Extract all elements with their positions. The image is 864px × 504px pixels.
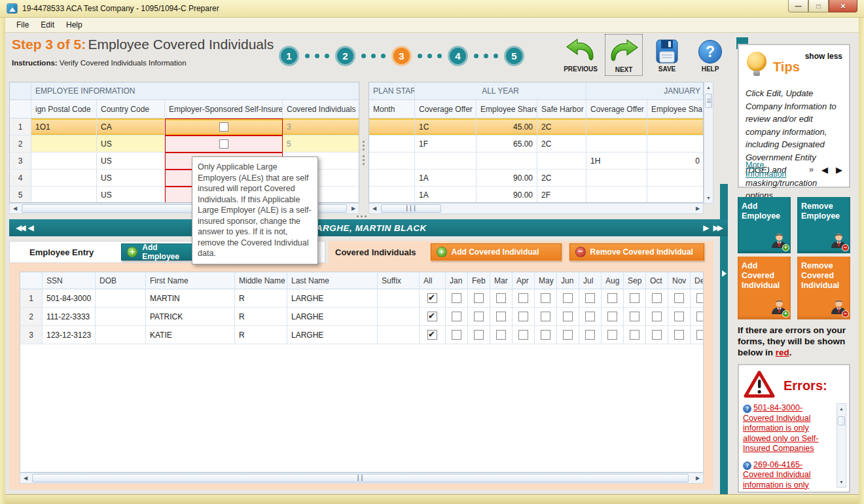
minimize-button[interactable]: — <box>788 0 808 12</box>
cell-dob[interactable] <box>96 289 146 308</box>
month-checkbox[interactable] <box>585 312 595 321</box>
tab-covered-individuals[interactable]: Covered Individuals Add Covered Individu… <box>329 241 713 263</box>
month-checkbox[interactable] <box>541 312 550 321</box>
cell-covered[interactable]: 3 <box>283 118 359 135</box>
cell-middle-name[interactable]: R <box>235 308 287 326</box>
previous-button[interactable]: PREVIOUS <box>562 34 600 76</box>
cell-country[interactable]: CA <box>97 118 165 135</box>
cell-month[interactable] <box>646 308 668 326</box>
covered-individuals-tab-label[interactable]: Covered Individuals <box>335 247 416 257</box>
cell-first-name[interactable]: PATRICK <box>146 308 235 326</box>
month-checkbox[interactable] <box>563 330 573 340</box>
cell-month[interactable] <box>535 289 557 308</box>
scroll-thumb[interactable] <box>838 416 845 425</box>
all-checkbox[interactable] <box>427 330 437 340</box>
month-checkbox[interactable] <box>518 312 528 321</box>
cell-month[interactable] <box>535 308 557 326</box>
remove-employee-tile[interactable]: Remove Employee − <box>797 197 850 253</box>
cell-month[interactable] <box>446 308 468 326</box>
month-checkbox[interactable] <box>696 312 704 321</box>
cell-postal[interactable] <box>31 153 97 170</box>
scroll-track[interactable]: ☰ <box>704 92 713 193</box>
cell-harbor[interactable] <box>537 153 586 170</box>
cell-month[interactable] <box>624 289 646 308</box>
help-button[interactable]: ? HELP <box>691 34 729 76</box>
cell-all[interactable] <box>420 326 446 344</box>
month-checkbox[interactable] <box>452 293 461 303</box>
cell-self-insured[interactable] <box>165 118 283 135</box>
cell-month[interactable] <box>535 326 557 344</box>
month-checkbox[interactable] <box>518 293 528 303</box>
self-insured-checkbox[interactable] <box>219 139 228 149</box>
month-checkbox[interactable] <box>652 330 662 340</box>
cell-month[interactable] <box>602 289 624 308</box>
cell-month[interactable] <box>557 308 579 326</box>
menu-item-edit[interactable]: Edit <box>35 18 60 31</box>
cell-middle-name[interactable]: R <box>235 326 287 344</box>
next-employee-button[interactable]: ▶ <box>703 224 709 232</box>
cell-jan-share[interactable]: 0 <box>647 153 704 170</box>
month-checkbox[interactable] <box>696 330 704 340</box>
cell-month[interactable] <box>513 308 535 326</box>
month-checkbox[interactable] <box>630 330 639 340</box>
remove-covered-individual-tile[interactable]: Remove Covered Individual − <box>797 257 850 319</box>
splitter-handle[interactable] <box>357 215 367 217</box>
cell-ssn[interactable]: 111-22-3333 <box>43 308 96 326</box>
cell-month[interactable] <box>646 326 668 344</box>
scroll-thumb[interactable]: ┃┃┃ <box>381 204 441 213</box>
error-link[interactable]: 501-84-3000-Covered Individual informati… <box>743 403 818 453</box>
cell-postal[interactable] <box>31 170 97 187</box>
cell-jan-coverage[interactable]: 1H <box>586 153 647 170</box>
cell-suffix[interactable] <box>378 326 420 344</box>
month-checkbox[interactable] <box>652 312 662 321</box>
cell-self-insured[interactable] <box>165 135 283 153</box>
cell-first-name[interactable]: KATIE <box>146 326 235 344</box>
cell-month[interactable] <box>446 289 468 308</box>
month-checkbox[interactable] <box>452 330 461 340</box>
employee-entry-tab-label[interactable]: Employee Entry <box>29 247 94 257</box>
month-checkbox[interactable] <box>652 293 662 303</box>
month-checkbox[interactable] <box>518 330 528 340</box>
cell-jan-coverage[interactable] <box>586 187 647 203</box>
cell-month[interactable] <box>646 289 668 308</box>
first-employee-button[interactable]: ◀◀ <box>16 224 24 232</box>
month-checkbox[interactable] <box>607 293 617 303</box>
month-checkbox[interactable] <box>496 312 506 321</box>
cell-first-name[interactable]: MARTIN <box>146 289 235 308</box>
menu-item-help[interactable]: Help <box>60 18 88 31</box>
month-checkbox[interactable] <box>563 312 573 321</box>
cell-jan-share[interactable] <box>647 170 704 187</box>
scroll-up-button[interactable]: ▲ <box>837 404 846 414</box>
covered-grid-hscrollbar[interactable]: ◀ ┃┃ ▶ <box>20 473 704 484</box>
remove-covered-individual-button[interactable]: Remove Covered Individual <box>569 243 704 261</box>
prev-tip-icon[interactable]: ◀ <box>821 165 828 175</box>
add-employee-button[interactable]: Add Employee <box>121 243 194 261</box>
menu-item-file[interactable]: File <box>10 18 35 31</box>
cell-month[interactable] <box>557 326 579 344</box>
scroll-track[interactable]: ┃┃ <box>31 473 693 483</box>
errors-vscrollbar[interactable]: ▲ ▼ <box>837 403 846 488</box>
plan-grid-hscrollbar[interactable]: ◀ ┃┃┃ ▶ <box>369 203 704 214</box>
month-checkbox[interactable] <box>585 293 595 303</box>
cell-month[interactable] <box>446 326 468 344</box>
cell-last-name[interactable]: LARGHE <box>287 308 378 326</box>
all-checkbox[interactable] <box>427 293 437 303</box>
cell-month[interactable] <box>468 289 490 308</box>
self-insured-checkbox[interactable] <box>219 122 228 132</box>
cell-harbor[interactable]: 2F <box>537 187 586 203</box>
cell-month[interactable] <box>579 289 602 308</box>
month-checkbox[interactable] <box>674 312 684 321</box>
month-checkbox[interactable] <box>585 330 595 340</box>
cell-postal[interactable] <box>31 135 97 153</box>
cell-month[interactable] <box>579 308 602 326</box>
cell-month[interactable] <box>490 308 513 326</box>
add-covered-individual-button[interactable]: Add Covered Individual <box>431 243 562 261</box>
save-button[interactable]: SAVE <box>648 34 686 76</box>
month-checkbox[interactable] <box>563 293 573 303</box>
add-employee-tile[interactable]: Add Employee + <box>738 197 791 253</box>
add-covered-individual-tile[interactable]: Add Covered Individual + <box>738 257 791 319</box>
cell-all[interactable] <box>420 289 446 308</box>
cell-jan-share[interactable] <box>647 118 704 135</box>
cell-month[interactable] <box>468 326 490 344</box>
last-employee-button[interactable]: ▶▶ <box>713 224 721 232</box>
